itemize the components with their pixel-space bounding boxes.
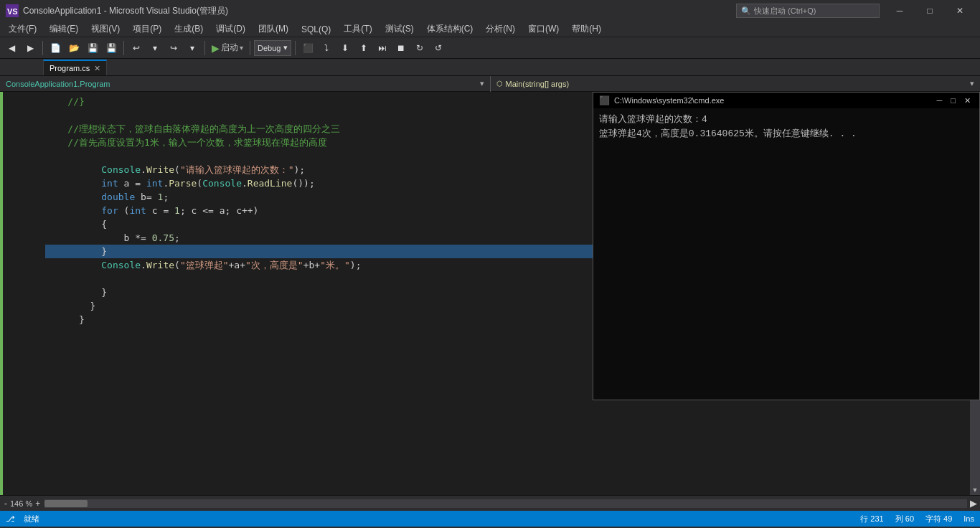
cmd-window: ⬛ C:\Windows\system32\cmd.exe ─ □ ✕ 请输入篮… (593, 92, 980, 400)
redo-button[interactable]: ↪ (165, 40, 182, 56)
cmd-maximize[interactable]: □ (948, 96, 958, 105)
vs-logo: VS (6, 4, 19, 17)
menu-view[interactable]: 视图(V) (85, 22, 126, 37)
hex-button[interactable]: ⏭ (374, 40, 391, 56)
status-ins: Ins (963, 514, 974, 523)
quick-launch-bar[interactable]: 🔍 快速启动 (Ctrl+Q) (736, 4, 880, 18)
zoom-out-button[interactable]: - (3, 499, 9, 509)
toolbar: ◀ ▶ 📄 📂 💾 💾 ↩ ▾ ↪ ▾ ▶ 启动 ▾ Debug ▾ ⬛ ⤵ ⬇… (0, 37, 980, 59)
redo-dropdown[interactable]: ▾ (184, 40, 201, 56)
nav-class-path: ConsoleApplication1.Program (6, 80, 110, 88)
step-into-button[interactable]: ⬇ (336, 40, 354, 56)
menu-sql[interactable]: SQL(Q) (296, 23, 336, 36)
toolbar-sep-4 (250, 41, 250, 55)
menu-tools[interactable]: 工具(T) (338, 22, 377, 37)
undo-button[interactable]: ↩ (128, 40, 145, 56)
tab-label: Program.cs (50, 64, 90, 72)
status-ready: 就绪 (24, 514, 39, 524)
title-bar-controls: ─ □ ✕ (885, 0, 974, 22)
status-bar: ⎇ 就绪 行 231 列 60 字符 49 Ins (0, 511, 980, 527)
horizontal-scrollbar[interactable] (44, 499, 967, 508)
close-button[interactable]: ✕ (946, 0, 974, 22)
refresh-button[interactable]: ↺ (430, 40, 447, 56)
debug-dropdown[interactable]: Debug ▾ (254, 40, 291, 56)
title-bar: VS ConsoleApplication1 - Microsoft Visua… (0, 0, 980, 22)
cmd-icon: ⬛ (599, 95, 610, 105)
menu-window[interactable]: 窗口(W) (522, 22, 565, 37)
back-button[interactable]: ◀ (3, 40, 20, 56)
status-right: 行 231 列 60 字符 49 Ins (860, 514, 974, 524)
nav-bar: ConsoleApplication1.Program ▾ ⬡ Main(str… (0, 76, 980, 92)
menu-file[interactable]: 文件(F) (3, 22, 42, 37)
zoom-in-button[interactable]: + (34, 499, 42, 509)
git-icon: ⎇ (6, 514, 15, 524)
nav-method-dropdown-btn[interactable]: ▾ (970, 79, 974, 88)
status-row: 行 231 (860, 514, 883, 524)
bottom-bar: - 146 % + ▶ (0, 495, 980, 511)
nav-method-path: Main(string[] args) (506, 80, 570, 88)
cmd-title-text: C:\Windows\system32\cmd.exe (614, 96, 724, 105)
scroll-down-button[interactable]: ▼ (970, 485, 980, 495)
editor-area: //} //理想状态下，篮球自由落体弹起的高度为上一次高度的四分之三 //首先高… (0, 92, 980, 495)
cmd-line-1: 请输入篮球弹起的次数：4 (599, 113, 974, 127)
restore-button[interactable]: □ (915, 0, 944, 22)
cmd-close[interactable]: ✕ (961, 96, 974, 105)
minimize-button[interactable]: ─ (885, 0, 914, 22)
save-all-button[interactable]: 💾 (103, 40, 120, 56)
toolbar-sep-5 (295, 41, 296, 55)
nav-class-dropdown-btn[interactable]: ▾ (480, 79, 484, 88)
menu-arch[interactable]: 体系结构(C) (421, 22, 479, 37)
line-numbers (4, 92, 39, 495)
menu-bar: 文件(F) 编辑(E) 视图(V) 项目(P) 生成(B) 调试(D) 团队(M… (0, 22, 980, 37)
open-file-button[interactable]: 📂 (65, 40, 83, 56)
quick-launch-label: 快速启动 (Ctrl+Q) (754, 6, 816, 16)
tab-modified-icon: ✕ (94, 64, 100, 73)
forward-button[interactable]: ▶ (22, 40, 39, 56)
nav-method-icon: ⬡ (496, 80, 503, 88)
h-scroll-thumb[interactable] (44, 500, 88, 507)
tab-bar: Program.cs ✕ (0, 59, 980, 76)
breakpoint-button[interactable]: ⬛ (299, 40, 316, 56)
toolbar-sep-3 (204, 41, 205, 55)
toolbar-sep-1 (42, 41, 43, 55)
menu-build[interactable]: 生成(B) (169, 22, 209, 37)
menu-test[interactable]: 测试(S) (380, 22, 420, 37)
left-change-indicator (0, 92, 4, 495)
status-left: ⎇ 就绪 (6, 514, 39, 524)
new-file-button[interactable]: 📄 (47, 40, 64, 56)
menu-analyze[interactable]: 分析(N) (480, 22, 521, 37)
restart-button[interactable]: ↻ (411, 40, 428, 56)
h-scroll-right[interactable]: ▶ (970, 498, 977, 509)
svg-text:VS: VS (7, 7, 18, 16)
title-bar-left: VS ConsoleApplication1 - Microsoft Visua… (6, 4, 228, 17)
tab-program-cs[interactable]: Program.cs ✕ (43, 60, 107, 75)
menu-project[interactable]: 项目(P) (127, 22, 167, 37)
step-out-button[interactable]: ⬆ (355, 40, 372, 56)
code-line-24 (45, 408, 970, 422)
menu-team[interactable]: 团队(M) (253, 22, 294, 37)
menu-edit[interactable]: 编辑(E) (44, 22, 84, 37)
stop-button[interactable]: ⏹ (392, 40, 410, 56)
status-col: 列 60 (895, 514, 914, 524)
step-over-button[interactable]: ⤵ (318, 40, 335, 56)
menu-debug[interactable]: 调试(D) (210, 22, 251, 37)
start-label: 启动 (221, 42, 238, 54)
zoom-control: - 146 % + (3, 499, 42, 509)
undo-dropdown[interactable]: ▾ (146, 40, 164, 56)
toolbar-sep-2 (123, 41, 124, 55)
debug-label: Debug (258, 44, 281, 52)
zoom-level: 146 % (10, 499, 32, 508)
search-icon: 🔍 (741, 6, 751, 16)
save-button[interactable]: 💾 (84, 40, 101, 56)
start-button[interactable]: ▶ 启动 ▾ (209, 42, 246, 54)
cmd-minimize[interactable]: ─ (934, 96, 946, 105)
green-change-bar (0, 92, 3, 495)
menu-help[interactable]: 帮助(H) (566, 22, 607, 37)
cmd-title-bar: ⬛ C:\Windows\system32\cmd.exe ─ □ ✕ (593, 93, 979, 108)
cmd-content: 请输入篮球弹起的次数：4 篮球弹起4次，高度是0.31640625米。请按任意键… (593, 108, 979, 146)
cmd-line-2: 篮球弹起4次，高度是0.31640625米。请按任意键继续. . . (599, 127, 974, 141)
status-char: 字符 49 (925, 514, 952, 524)
debug-dropdown-icon: ▾ (283, 43, 288, 52)
window-title: ConsoleApplication1 - Microsoft Visual S… (23, 5, 228, 17)
